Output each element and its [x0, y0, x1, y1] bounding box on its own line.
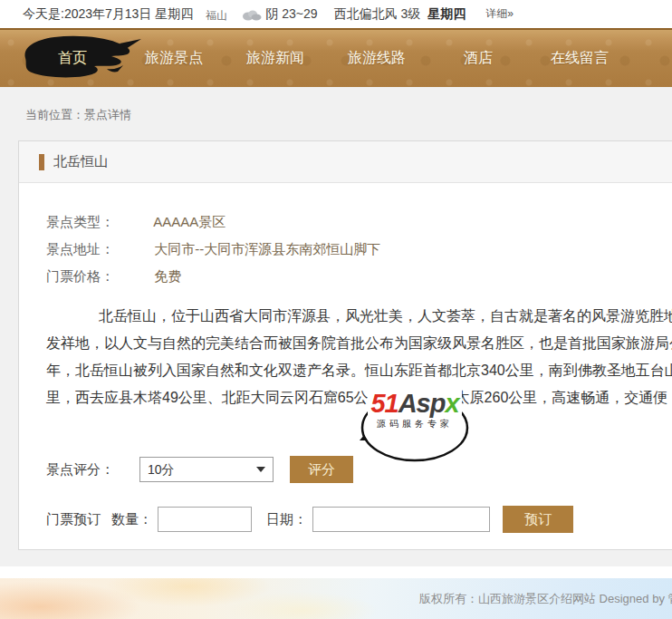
nav-item-hotel[interactable]: 酒店	[427, 49, 529, 68]
nav-item-scenic-spots[interactable]: 旅游景点	[123, 49, 225, 68]
field-label: 景点地址：	[46, 236, 150, 263]
nav-list: 首页 旅游景点 旅游新闻 旅游线路 酒店 在线留言	[0, 30, 672, 87]
field-row-address: 景点地址： 大同市--大同市浑源县东南郊恒山脚下	[46, 236, 672, 263]
spot-description: 北岳恒山，位于山西省大同市浑源县，风光壮美，人文荟萃，自古就是著名的风景游览胜地…	[46, 303, 672, 411]
field-value: 免费	[154, 268, 181, 284]
copyright-text: 版权所有：山西旅游景区介绍网站 Designed by 管理员	[419, 591, 672, 607]
footer: 版权所有：山西旅游景区介绍网站 Designed by 管理员	[0, 578, 672, 619]
rating-label: 景点评分：	[46, 461, 114, 479]
rating-select-value: 10分	[148, 462, 175, 477]
quantity-input[interactable]	[158, 507, 252, 532]
field-list: 景点类型： AAAAA景区 景点地址： 大同市--大同市浑源县东南郊恒山脚下 门…	[19, 183, 672, 290]
nav-label: 首页	[58, 50, 87, 65]
nav-item-home[interactable]: 首页	[22, 49, 123, 68]
page-title: 北岳恒山	[53, 153, 108, 170]
title-accent-bar	[39, 154, 44, 170]
weather-text: 阴 23~29	[265, 6, 317, 23]
wind-text: 西北偏北风 3级	[334, 6, 421, 23]
city-name: 福山	[206, 8, 227, 24]
nav-item-travel-news[interactable]: 旅游新闻	[225, 49, 326, 68]
book-button[interactable]: 预订	[503, 506, 573, 533]
nav-label: 酒店	[464, 50, 493, 65]
weather-detail-link[interactable]: 详细»	[485, 6, 514, 22]
description-line: 北岳恒山，位于山西省大同市浑源县，风光壮美，人文荟萃，自古就是著名的风景游览胜地…	[46, 303, 672, 330]
top-info-bar: 今天是:2023年7月13日 星期四 福山 阴 23~29 西北偏北风 3级 星…	[0, 0, 672, 28]
date-label: 日期：	[266, 511, 307, 528]
description-line: 年，北岳恒山被列入国家自然和文化双遗产名录。恒山东距首都北京340公里，南到佛教…	[46, 357, 672, 384]
nav-item-guestbook[interactable]: 在线留言	[529, 49, 630, 68]
quantity-label: 数量：	[111, 511, 152, 528]
scenic-spot-detail-panel: 北岳恒山 景点类型： AAAAA景区 景点地址： 大同市--大同市浑源县东南郊恒…	[18, 140, 672, 550]
breadcrumb: 当前位置：景点详情	[25, 107, 131, 123]
field-label: 景点类型：	[46, 208, 150, 236]
field-row-type: 景点类型： AAAAA景区	[46, 208, 672, 236]
cloud-weather-icon	[240, 8, 262, 21]
date-input[interactable]	[312, 507, 490, 532]
nav-label: 旅游景点	[145, 50, 203, 65]
description-line: 发祥地，以人文与自然的完美结合而被国务院首批公布为国家级风景名胜区，也是首批国家…	[46, 330, 672, 357]
nav-item-travel-routes[interactable]: 旅游线路	[326, 49, 427, 68]
field-label: 门票价格：	[46, 263, 150, 290]
rate-button[interactable]: 评分	[290, 456, 353, 483]
weekday-text: 星期四	[427, 6, 466, 23]
rating-select[interactable]: 10分	[139, 457, 274, 482]
rating-row: 景点评分： 10分 评分	[46, 456, 353, 483]
nav-label: 旅游新闻	[246, 50, 304, 65]
field-value: 大同市--大同市浑源县东南郊恒山脚下	[154, 241, 380, 256]
booking-row: 门票预订 数量： 日期： 预订	[46, 506, 573, 533]
description-line: 里，西去应县木塔49公里、北距大同云冈石窟65公里，距离省会太原260公里，高速…	[46, 384, 672, 411]
nav-label: 在线留言	[551, 50, 609, 65]
field-value: AAAAA景区	[153, 214, 226, 229]
panel-header: 北岳恒山	[19, 141, 672, 183]
chevron-down-icon	[256, 467, 265, 472]
nav-label: 旅游线路	[348, 50, 406, 65]
today-date-text: 今天是:2023年7月13日 星期四	[23, 6, 193, 23]
booking-label: 门票预订	[46, 511, 101, 528]
field-row-price: 门票价格： 免费	[46, 263, 672, 290]
main-nav-bar: 首页 旅游景点 旅游新闻 旅游线路 酒店 在线留言	[0, 28, 672, 87]
